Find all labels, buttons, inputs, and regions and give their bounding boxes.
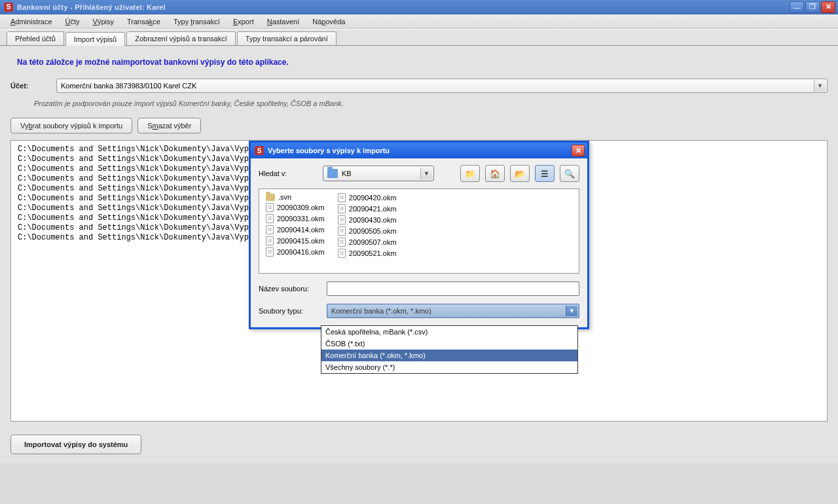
file-item-label: 20090309.okm [277, 204, 325, 211]
account-combo[interactable]: Komerční banka 3873983/0100 Karel CZK ▼ [56, 79, 828, 93]
menu-typy transakcí[interactable]: Typy transakcí [167, 16, 227, 27]
file-item-label: 20090420.okm [349, 194, 397, 202]
supported-banks-note: Prozatím je podporován pouze import výpi… [34, 99, 828, 107]
file-item[interactable]: 20090430.okm [338, 215, 397, 225]
tab-0[interactable]: Přehled účtů [7, 31, 64, 45]
file-icon [338, 215, 346, 225]
file-item-label: 20090505.okm [349, 227, 397, 235]
file-item-label: 20090430.okm [349, 216, 397, 224]
file-icon [338, 226, 346, 236]
file-chooser-dialog: S Vyberte soubory s výpisy k importu ✕ H… [249, 141, 589, 329]
filetype-label: Soubory typu: [259, 307, 321, 315]
lookin-combo[interactable]: KB ▼ [323, 166, 434, 181]
filetype-option[interactable]: ČSOB (*.txt) [321, 338, 577, 350]
file-icon [338, 193, 346, 202]
list-view-button[interactable]: ☰ [535, 165, 555, 182]
maximize-button[interactable]: ❐ [805, 1, 820, 13]
file-icon [266, 214, 274, 223]
file-browser[interactable]: .svn20090309.okm20090331.okm20090414.okm… [259, 189, 579, 274]
file-item[interactable]: 20090505.okm [338, 226, 397, 236]
menu-výpisy[interactable]: Výpisy [86, 16, 120, 27]
import-button[interactable]: Importovat výpisy do systému [10, 435, 141, 454]
file-item-label: 20090507.okm [349, 238, 397, 246]
file-icon [266, 225, 274, 234]
menu-transakce[interactable]: Transakce [120, 16, 167, 27]
file-item[interactable]: 20090507.okm [338, 238, 397, 247]
tab-2[interactable]: Zobrazení výpisů a transakcí [126, 31, 236, 45]
file-icon [338, 249, 346, 258]
menu-nastavení[interactable]: Nastavení [261, 16, 306, 27]
file-icon [266, 236, 274, 245]
filetype-option[interactable]: Komerční banka (*.okm, *.kmo) [321, 350, 577, 361]
folder-icon [266, 194, 275, 201]
file-item-label: 20090521.okm [349, 249, 397, 257]
details-view-button[interactable]: 🔍 [560, 165, 579, 182]
menu-nápověda[interactable]: Nápověda [306, 16, 352, 27]
lookin-label: Hledat v: [259, 170, 318, 177]
menu-bar: AdministraceÚčtyVýpisyTransakceTypy tran… [0, 14, 838, 29]
file-icon [338, 204, 346, 213]
filename-input[interactable] [327, 281, 579, 296]
file-item[interactable]: 20090416.okm [266, 247, 325, 257]
tab-strip: Přehled účtůImport výpisůZobrazení výpis… [0, 29, 838, 46]
home-button[interactable]: 🏠 [485, 165, 505, 182]
folder-icon [327, 169, 338, 178]
file-item-label: 20090421.okm [349, 205, 397, 213]
file-item[interactable]: 20090421.okm [338, 204, 397, 213]
dialog-title-bar: S Vyberte soubory s výpisy k importu ✕ [251, 143, 587, 158]
dialog-title: Vyberte soubory s výpisy k importu [268, 147, 390, 154]
tab-1[interactable]: Import výpisů [65, 32, 125, 46]
file-item[interactable]: 20090309.okm [266, 203, 325, 212]
account-value: Komerční banka 3873983/0100 Karel CZK [61, 82, 196, 90]
window-title: Bankovní účty - Přihlášený uživatel: Kar… [17, 3, 166, 11]
filetype-option[interactable]: Česká spořitelna, mBank (*.csv) [321, 326, 577, 338]
file-icon [266, 203, 274, 212]
lookin-value: KB [342, 170, 352, 177]
page-heading: Na této záložce je možné naimportovat ba… [17, 58, 828, 67]
app-icon: S [4, 3, 13, 12]
file-item[interactable]: 20090521.okm [338, 249, 397, 258]
file-item[interactable]: 20090415.okm [266, 236, 325, 245]
file-item[interactable]: .svn [266, 193, 325, 201]
close-button[interactable]: ✕ [821, 1, 835, 13]
file-item-label: 20090414.okm [277, 226, 325, 234]
file-item[interactable]: 20090331.okm [266, 214, 325, 223]
filename-label: Název souboru: [259, 285, 321, 293]
chevron-down-icon: ▼ [420, 168, 432, 179]
file-item-label: .svn [278, 193, 291, 201]
new-folder-button[interactable]: 📂 [510, 165, 530, 182]
file-item-label: 20090331.okm [277, 215, 325, 223]
file-item-label: 20090415.okm [277, 237, 325, 245]
minimize-button[interactable]: — [790, 1, 804, 13]
menu-administrace[interactable]: Administrace [4, 16, 59, 27]
file-item[interactable]: 20090420.okm [338, 193, 397, 202]
file-icon [266, 247, 274, 257]
file-item-label: 20090416.okm [277, 248, 325, 256]
menu-účty[interactable]: Účty [59, 16, 86, 27]
filetype-option[interactable]: Všechny soubory (*.*) [321, 361, 577, 373]
menu-export[interactable]: Export [227, 16, 261, 27]
chevron-down-icon: ▼ [814, 80, 826, 92]
file-icon [338, 238, 346, 247]
title-bar: S Bankovní účty - Přihlášený uživatel: K… [0, 0, 838, 14]
chevron-down-icon: ▼ [566, 306, 577, 316]
dialog-close-button[interactable]: ✕ [572, 145, 585, 156]
dialog-app-icon: S [255, 146, 264, 155]
filetype-dropdown[interactable]: Česká spořitelna, mBank (*.csv)ČSOB (*.t… [321, 325, 578, 374]
account-label: Účet: [10, 82, 50, 90]
folder-up-button[interactable]: 📁 [460, 165, 480, 182]
tab-3[interactable]: Typy transakcí a párování [237, 31, 337, 45]
filetype-value: Komerční banka (*.okm, *.kmo) [331, 307, 431, 315]
select-files-button[interactable]: Vybrat soubory výpisů k importu [10, 118, 132, 134]
filetype-combo[interactable]: Komerční banka (*.okm, *.kmo) ▼ [327, 304, 579, 318]
clear-selection-button[interactable]: Smazat výběr [137, 118, 201, 134]
file-item[interactable]: 20090414.okm [266, 225, 325, 234]
